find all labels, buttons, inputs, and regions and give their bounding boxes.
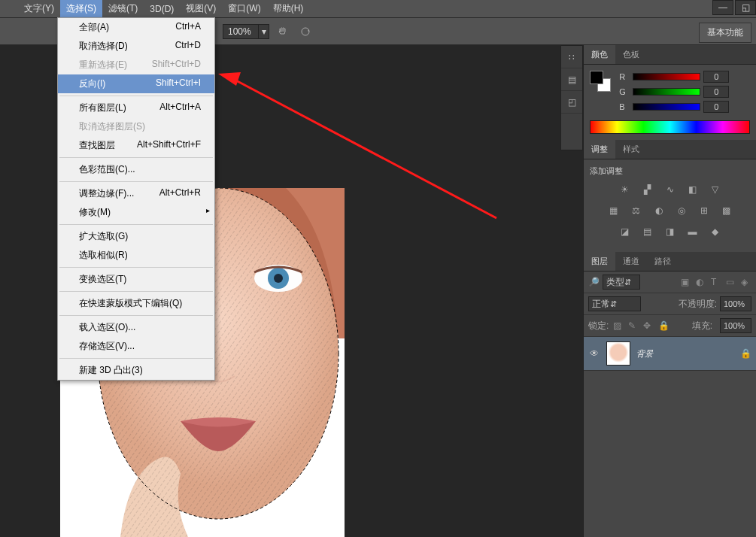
menu-select[interactable]: 选择(S)	[60, 0, 102, 17]
balance-icon[interactable]: ⚖	[630, 204, 643, 217]
menu-deselect[interactable]: 取消选择(D)Ctrl+D	[58, 37, 214, 56]
menu-load-sel[interactable]: 载入选区(O)...	[58, 318, 214, 337]
hue-icon[interactable]: ▦	[607, 204, 621, 217]
menu-transform-sel[interactable]: 变换选区(T)	[58, 270, 214, 289]
menu-refine-edge[interactable]: 调整边缘(F)...Alt+Ctrl+R	[58, 184, 214, 203]
fg-color-swatch[interactable]	[590, 71, 603, 84]
fill-field[interactable]: 100%	[720, 318, 751, 333]
lock-label: 锁定:	[588, 320, 609, 332]
zoom-field[interactable]: 100%	[223, 24, 259, 39]
invert-icon[interactable]: ◪	[618, 225, 632, 238]
filter-smart-icon[interactable]: ◈	[741, 277, 751, 287]
menu-view[interactable]: 视图(V)	[180, 0, 222, 17]
mixer-icon[interactable]: ⊞	[697, 204, 711, 217]
menu-3d[interactable]: 3D(D)	[144, 2, 180, 17]
menu-save-sel[interactable]: 存储选区(V)...	[58, 337, 214, 356]
filter-pixel-icon[interactable]: ▣	[681, 277, 691, 287]
adjust-title: 添加调整	[590, 165, 750, 177]
vibrance-icon[interactable]: ▽	[709, 183, 722, 196]
lookup-icon[interactable]: ▩	[720, 204, 733, 217]
panel-handle-icon[interactable]: ∷	[561, 46, 582, 68]
opacity-field[interactable]: 100%	[720, 296, 751, 311]
levels-icon[interactable]: ▞	[641, 183, 654, 196]
b-label: B	[619, 102, 630, 111]
menu-separator	[59, 181, 213, 182]
svg-point-7	[274, 274, 283, 283]
fill-label: 填充:	[692, 320, 712, 332]
menu-window[interactable]: 窗口(W)	[222, 0, 266, 17]
gradient-map-icon[interactable]: ▬	[686, 225, 700, 238]
posterize-icon[interactable]: ▤	[641, 225, 654, 238]
adjust-panel-tabs: 调整 样式	[584, 140, 756, 159]
hand-tool-icon[interactable]	[274, 23, 292, 41]
g-slider[interactable]	[633, 88, 700, 96]
menu-help[interactable]: 帮助(H)	[267, 0, 310, 17]
menu-separator	[59, 157, 213, 158]
filter-shape-icon[interactable]: ▭	[726, 277, 736, 287]
menu-color-range[interactable]: 色彩范围(C)...	[58, 160, 214, 179]
lock-all-icon[interactable]: 🔒	[658, 320, 669, 331]
menu-modify[interactable]: 修改(M)	[58, 203, 214, 222]
menu-find-layers[interactable]: 查找图层Alt+Shift+Ctrl+F	[58, 136, 214, 155]
layers-tab[interactable]: 图层	[584, 252, 615, 271]
collapsed-panels: ∷ ▤ ◰	[560, 45, 583, 150]
r-slider[interactable]	[633, 73, 700, 80]
threshold-icon[interactable]: ◨	[663, 225, 677, 238]
minimize-button[interactable]: —	[712, 0, 733, 15]
histogram-icon[interactable]: ▤	[561, 68, 582, 91]
menu-quickmask[interactable]: 在快速蒙版模式下编辑(Q)	[58, 294, 214, 313]
swatches-tab[interactable]: 色板	[615, 45, 647, 64]
styles-tab[interactable]: 样式	[615, 140, 647, 159]
g-value[interactable]: 0	[703, 86, 729, 98]
menu-all-layers[interactable]: 所有图层(L)Alt+Ctrl+A	[58, 99, 214, 117]
right-panels: 颜色 色板 R 0 G 0 B 0 调整	[583, 45, 756, 537]
window-controls: — ◱	[711, 0, 756, 15]
adjustments-panel: 添加调整 ☀ ▞ ∿ ◧ ▽ ▦ ⚖ ◐ ◎ ⊞ ▩ ◪ ▤ ◨ ▬ ◆	[584, 159, 756, 252]
b-value[interactable]: 0	[703, 101, 729, 113]
maximize-button[interactable]: ◱	[735, 0, 756, 15]
color-spectrum[interactable]	[590, 120, 750, 134]
filter-adjust-icon[interactable]: ◐	[696, 277, 706, 287]
menu-new-3d[interactable]: 新建 3D 凸出(3)	[58, 361, 214, 380]
menu-similar[interactable]: 选取相似(R)	[58, 246, 214, 265]
zoom-dropdown-arrow[interactable]: ▾	[259, 24, 269, 39]
lock-paint-icon[interactable]: ✎	[628, 320, 639, 331]
color-panel: R 0 G 0 B 0	[584, 65, 756, 140]
photo-filter-icon[interactable]: ◎	[675, 204, 688, 217]
svg-point-0	[302, 28, 309, 35]
filter-type-dropdown[interactable]: 类型 ⇵	[603, 275, 640, 290]
bw-icon[interactable]: ◐	[652, 204, 666, 217]
rotate-tool-icon[interactable]	[296, 23, 314, 41]
menu-text[interactable]: 文字(Y)	[18, 0, 60, 17]
b-slider[interactable]	[633, 103, 700, 111]
menu-prev[interactable]	[6, 7, 18, 11]
channels-tab[interactable]: 通道	[615, 252, 647, 271]
blend-mode-dropdown[interactable]: 正常 ⇵	[588, 296, 641, 311]
menu-inverse[interactable]: 反向(I)Shift+Ctrl+I	[58, 74, 214, 93]
menu-separator	[59, 315, 213, 316]
fg-bg-swatch[interactable]	[590, 71, 611, 92]
color-tab[interactable]: 颜色	[584, 45, 615, 64]
workspace-button[interactable]: 基本功能	[699, 23, 751, 43]
menu-all[interactable]: 全部(A)Ctrl+A	[58, 18, 214, 37]
adjustments-tab[interactable]: 调整	[584, 140, 615, 159]
paths-tab[interactable]: 路径	[647, 252, 679, 271]
menu-grow[interactable]: 扩大选取(G)	[58, 227, 214, 246]
exposure-icon[interactable]: ◧	[686, 183, 700, 196]
menu-filter[interactable]: 滤镜(T)	[102, 0, 144, 17]
curves-icon[interactable]: ∿	[663, 183, 677, 196]
lock-position-icon[interactable]: ✥	[643, 320, 654, 331]
r-value[interactable]: 0	[703, 71, 729, 83]
menu-separator	[59, 96, 213, 96]
layers-panel: 🔎 类型 ⇵ ▣ ◐ T ▭ ◈ 正常 ⇵ 不透明度: 100% 锁定: ▨ ✎…	[584, 272, 756, 371]
navigator-icon[interactable]: ◰	[561, 91, 582, 114]
selective-icon[interactable]: ◆	[709, 225, 722, 238]
menu-reselect: 重新选择(E)Shift+Ctrl+D	[58, 56, 214, 74]
layer-name[interactable]: 背景	[636, 348, 653, 360]
layer-thumbnail[interactable]	[606, 341, 630, 366]
visibility-toggle[interactable]: 👁	[588, 348, 600, 359]
layer-background[interactable]: 👁 背景 🔒	[584, 337, 756, 371]
filter-type-icon[interactable]: T	[711, 277, 721, 287]
lock-transparent-icon[interactable]: ▨	[613, 320, 624, 331]
brightness-icon[interactable]: ☀	[618, 183, 632, 196]
